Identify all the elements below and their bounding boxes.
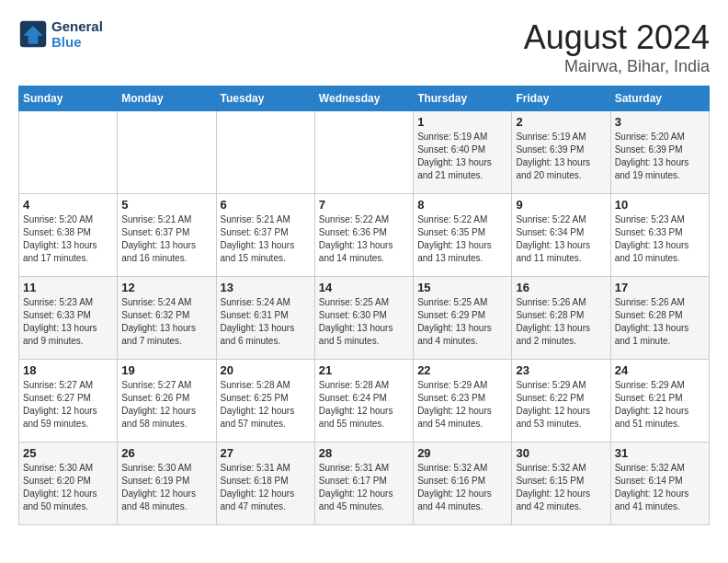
calendar-cell: 29Sunrise: 5:32 AM Sunset: 6:16 PM Dayli… <box>414 442 512 525</box>
day-info: Sunrise: 5:26 AM Sunset: 6:28 PM Dayligh… <box>615 296 705 348</box>
day-info: Sunrise: 5:29 AM Sunset: 6:22 PM Dayligh… <box>516 379 606 431</box>
day-info: Sunrise: 5:32 AM Sunset: 6:15 PM Dayligh… <box>516 462 606 513</box>
day-info: Sunrise: 5:19 AM Sunset: 6:39 PM Dayligh… <box>516 131 606 182</box>
day-info: Sunrise: 5:29 AM Sunset: 6:21 PM Dayligh… <box>615 379 705 431</box>
calendar-cell: 1Sunrise: 5:19 AM Sunset: 6:40 PM Daylig… <box>414 111 512 194</box>
day-header-thursday: Thursday <box>414 86 512 111</box>
day-number: 15 <box>417 281 507 294</box>
logo-icon <box>18 19 48 49</box>
day-info: Sunrise: 5:24 AM Sunset: 6:32 PM Dayligh… <box>121 296 211 348</box>
day-number: 8 <box>417 198 507 212</box>
day-number: 26 <box>121 446 211 460</box>
calendar-cell: 6Sunrise: 5:21 AM Sunset: 6:37 PM Daylig… <box>216 194 314 277</box>
header-row: SundayMondayTuesdayWednesdayThursdayFrid… <box>19 86 710 111</box>
calendar-cell: 26Sunrise: 5:30 AM Sunset: 6:19 PM Dayli… <box>118 442 216 525</box>
day-info: Sunrise: 5:28 AM Sunset: 6:24 PM Dayligh… <box>319 379 409 431</box>
day-number: 5 <box>121 198 211 212</box>
day-number: 22 <box>417 363 507 377</box>
day-header-monday: Monday <box>118 86 216 111</box>
calendar-cell: 22Sunrise: 5:29 AM Sunset: 6:23 PM Dayli… <box>414 360 512 442</box>
day-number: 13 <box>221 281 311 294</box>
day-info: Sunrise: 5:22 AM Sunset: 6:34 PM Dayligh… <box>516 213 606 265</box>
day-info: Sunrise: 5:20 AM Sunset: 6:38 PM Dayligh… <box>23 213 113 265</box>
day-info: Sunrise: 5:23 AM Sunset: 6:33 PM Dayligh… <box>23 296 113 348</box>
day-number: 12 <box>121 281 211 294</box>
calendar-cell: 14Sunrise: 5:25 AM Sunset: 6:30 PM Dayli… <box>314 277 413 360</box>
day-number: 17 <box>615 281 705 294</box>
day-number: 27 <box>221 446 311 460</box>
calendar-cell: 19Sunrise: 5:27 AM Sunset: 6:26 PM Dayli… <box>118 360 216 442</box>
day-number: 7 <box>319 198 409 212</box>
day-number: 21 <box>319 363 409 377</box>
calendar-cell: 17Sunrise: 5:26 AM Sunset: 6:28 PM Dayli… <box>610 277 709 360</box>
calendar-cell: 28Sunrise: 5:31 AM Sunset: 6:17 PM Dayli… <box>314 442 413 525</box>
day-info: Sunrise: 5:27 AM Sunset: 6:27 PM Dayligh… <box>23 379 113 431</box>
calendar-cell <box>216 111 314 194</box>
calendar-cell: 3Sunrise: 5:20 AM Sunset: 6:39 PM Daylig… <box>610 111 709 194</box>
day-info: Sunrise: 5:30 AM Sunset: 6:19 PM Dayligh… <box>121 462 211 513</box>
logo: General Blue <box>18 18 103 50</box>
day-header-wednesday: Wednesday <box>314 86 413 111</box>
week-row: 4Sunrise: 5:20 AM Sunset: 6:38 PM Daylig… <box>19 194 710 277</box>
calendar-cell: 25Sunrise: 5:30 AM Sunset: 6:20 PM Dayli… <box>19 442 118 525</box>
calendar-cell: 5Sunrise: 5:21 AM Sunset: 6:37 PM Daylig… <box>118 194 216 277</box>
calendar-cell <box>19 111 118 194</box>
calendar-cell: 7Sunrise: 5:22 AM Sunset: 6:36 PM Daylig… <box>314 194 413 277</box>
calendar-body: 1Sunrise: 5:19 AM Sunset: 6:40 PM Daylig… <box>19 111 710 525</box>
calendar-cell: 23Sunrise: 5:29 AM Sunset: 6:22 PM Dayli… <box>512 360 610 442</box>
calendar-cell <box>314 111 413 194</box>
calendar-cell: 21Sunrise: 5:28 AM Sunset: 6:24 PM Dayli… <box>314 360 413 442</box>
calendar-cell: 30Sunrise: 5:32 AM Sunset: 6:15 PM Dayli… <box>512 442 610 525</box>
day-info: Sunrise: 5:27 AM Sunset: 6:26 PM Dayligh… <box>121 379 211 431</box>
logo-text: General Blue <box>51 18 103 50</box>
day-number: 14 <box>319 281 409 294</box>
day-info: Sunrise: 5:32 AM Sunset: 6:16 PM Dayligh… <box>417 462 507 513</box>
day-number: 16 <box>516 281 606 294</box>
day-number: 9 <box>516 198 606 212</box>
day-number: 2 <box>516 115 606 129</box>
day-number: 20 <box>221 363 311 377</box>
day-number: 23 <box>516 363 606 377</box>
day-header-friday: Friday <box>512 86 610 111</box>
calendar-table: SundayMondayTuesdayWednesdayThursdayFrid… <box>18 86 710 525</box>
calendar-cell: 10Sunrise: 5:23 AM Sunset: 6:33 PM Dayli… <box>610 194 709 277</box>
week-row: 25Sunrise: 5:30 AM Sunset: 6:20 PM Dayli… <box>19 442 710 525</box>
calendar-cell: 31Sunrise: 5:32 AM Sunset: 6:14 PM Dayli… <box>610 442 709 525</box>
week-row: 11Sunrise: 5:23 AM Sunset: 6:33 PM Dayli… <box>19 277 710 360</box>
day-info: Sunrise: 5:28 AM Sunset: 6:25 PM Dayligh… <box>221 379 311 431</box>
day-info: Sunrise: 5:21 AM Sunset: 6:37 PM Dayligh… <box>121 213 211 265</box>
day-number: 6 <box>221 198 311 212</box>
calendar-cell: 24Sunrise: 5:29 AM Sunset: 6:21 PM Dayli… <box>610 360 709 442</box>
day-header-sunday: Sunday <box>19 86 118 111</box>
day-number: 3 <box>615 115 705 129</box>
day-info: Sunrise: 5:22 AM Sunset: 6:35 PM Dayligh… <box>417 213 507 265</box>
sub-title: Mairwa, Bihar, India <box>524 57 710 76</box>
calendar-cell: 18Sunrise: 5:27 AM Sunset: 6:27 PM Dayli… <box>19 360 118 442</box>
day-number: 25 <box>23 446 113 460</box>
day-number: 1 <box>417 115 507 129</box>
week-row: 1Sunrise: 5:19 AM Sunset: 6:40 PM Daylig… <box>19 111 710 194</box>
day-info: Sunrise: 5:30 AM Sunset: 6:20 PM Dayligh… <box>23 462 113 513</box>
day-info: Sunrise: 5:23 AM Sunset: 6:33 PM Dayligh… <box>615 213 705 265</box>
day-info: Sunrise: 5:25 AM Sunset: 6:29 PM Dayligh… <box>417 296 507 348</box>
day-info: Sunrise: 5:24 AM Sunset: 6:31 PM Dayligh… <box>221 296 311 348</box>
day-number: 29 <box>417 446 507 460</box>
day-number: 11 <box>23 281 113 294</box>
calendar-cell: 15Sunrise: 5:25 AM Sunset: 6:29 PM Dayli… <box>414 277 512 360</box>
week-row: 18Sunrise: 5:27 AM Sunset: 6:27 PM Dayli… <box>19 360 710 442</box>
day-info: Sunrise: 5:26 AM Sunset: 6:28 PM Dayligh… <box>516 296 606 348</box>
day-info: Sunrise: 5:21 AM Sunset: 6:37 PM Dayligh… <box>221 213 311 265</box>
calendar-cell: 2Sunrise: 5:19 AM Sunset: 6:39 PM Daylig… <box>512 111 610 194</box>
calendar-cell: 11Sunrise: 5:23 AM Sunset: 6:33 PM Dayli… <box>19 277 118 360</box>
day-number: 30 <box>516 446 606 460</box>
day-number: 10 <box>615 198 705 212</box>
day-number: 28 <box>319 446 409 460</box>
day-info: Sunrise: 5:31 AM Sunset: 6:18 PM Dayligh… <box>221 462 311 513</box>
day-info: Sunrise: 5:31 AM Sunset: 6:17 PM Dayligh… <box>319 462 409 513</box>
calendar-cell: 27Sunrise: 5:31 AM Sunset: 6:18 PM Dayli… <box>216 442 314 525</box>
day-info: Sunrise: 5:29 AM Sunset: 6:23 PM Dayligh… <box>417 379 507 431</box>
calendar-cell: 4Sunrise: 5:20 AM Sunset: 6:38 PM Daylig… <box>19 194 118 277</box>
day-header-tuesday: Tuesday <box>216 86 314 111</box>
calendar-cell: 12Sunrise: 5:24 AM Sunset: 6:32 PM Dayli… <box>118 277 216 360</box>
day-number: 18 <box>23 363 113 377</box>
